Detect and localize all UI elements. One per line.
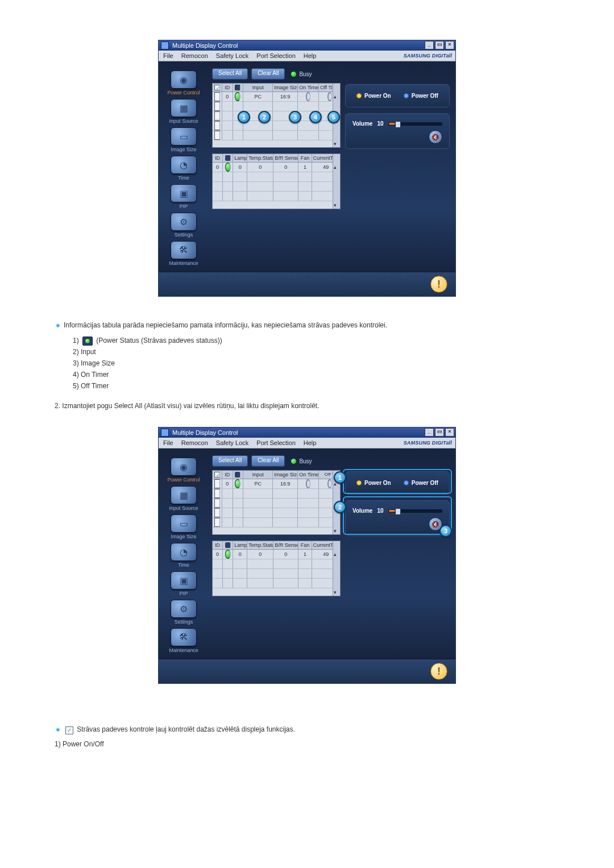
- scrollbar[interactable]: [333, 154, 340, 209]
- cell-image-size: 16:9: [273, 92, 298, 101]
- sidebar-item-settings[interactable]: ⚙Settings: [164, 211, 204, 238]
- col-stat-icon: [225, 542, 231, 548]
- callout-1: 1: [238, 111, 250, 123]
- row-checkbox[interactable]: [214, 102, 220, 111]
- cell-id: 0: [222, 479, 233, 488]
- menu-help[interactable]: Help: [304, 52, 317, 59]
- table-row[interactable]: 0 PC 16:9: [213, 479, 340, 489]
- sidebar-item-input-source[interactable]: ▦Input Source: [164, 485, 204, 511]
- menu-port-selection[interactable]: Port Selection: [256, 52, 295, 59]
- scrollbar[interactable]: [333, 541, 340, 596]
- col-br-senser: B/R Senser: [273, 154, 298, 162]
- info-text: ✶Informācijas tabula parāda nepieciešamo…: [55, 319, 582, 332]
- star-icon: ✶: [55, 725, 61, 734]
- warning-icon: !: [430, 276, 447, 293]
- statusbar: !: [159, 659, 455, 683]
- power-off-button[interactable]: Power Off: [404, 480, 438, 486]
- sidebar-label-input: Input Source: [169, 505, 198, 511]
- brand-label: SAMSUNG DIGITall: [404, 440, 452, 446]
- col-lamp: Lamp: [233, 541, 247, 549]
- row-checkbox[interactable]: [214, 479, 220, 488]
- app-icon: [161, 429, 169, 437]
- row-checkbox[interactable]: [214, 131, 220, 140]
- busy-dot-icon: [291, 71, 297, 77]
- sidebar-item-image-size[interactable]: ▭Image Size: [164, 513, 204, 539]
- row-checkbox[interactable]: [214, 499, 220, 508]
- table-row[interactable]: 0 0 0 0 1 49: [213, 163, 340, 172]
- table-row[interactable]: 0 0 0 0 1 49: [213, 550, 340, 559]
- pip-icon: ▣: [171, 571, 197, 589]
- window-minimize-button[interactable]: _: [425, 41, 434, 49]
- list-item-3: 3) Image Size: [73, 358, 582, 369]
- input-icon: ▦: [171, 486, 197, 504]
- window-close-button[interactable]: ×: [445, 41, 454, 49]
- menu-file[interactable]: File: [163, 439, 173, 446]
- header-checkbox[interactable]: [214, 472, 220, 477]
- clear-all-button[interactable]: Clear All: [251, 455, 285, 467]
- menu-safety-lock[interactable]: Safety Lock: [216, 439, 248, 446]
- sidebar-item-maintenance[interactable]: 🛠Maintenance: [164, 240, 204, 266]
- sidebar-item-pip[interactable]: ▣PIP: [164, 570, 204, 596]
- row-checkbox[interactable]: [214, 489, 220, 498]
- menu-remocon[interactable]: Remocon: [181, 439, 208, 446]
- select-all-button[interactable]: Select All: [212, 455, 248, 467]
- callout-5: 5: [327, 111, 340, 123]
- sidebar-item-input-source[interactable]: ▦Input Source: [164, 98, 204, 124]
- info-table: ID Input Image Size On Timer Off Timer 0…: [212, 83, 341, 148]
- power-on-label: Power On: [364, 93, 391, 99]
- sidebar-item-image-size[interactable]: ▭Image Size: [164, 126, 204, 152]
- sidebar-item-time[interactable]: ◔Time: [164, 155, 204, 181]
- sidebar-item-settings[interactable]: ⚙Settings: [164, 599, 204, 625]
- window-close-button[interactable]: ×: [445, 428, 454, 437]
- power-panel: Power On Power Off: [345, 84, 450, 107]
- menu-remocon[interactable]: Remocon: [181, 52, 208, 59]
- statusbar: !: [159, 272, 455, 296]
- header-checkbox[interactable]: [214, 85, 220, 90]
- cell-off-timer-icon: [327, 92, 332, 101]
- sidebar-item-power-control[interactable]: ◉Power Control: [164, 69, 204, 95]
- imagesize-icon: ▭: [171, 514, 197, 533]
- cell-fan: 1: [298, 550, 312, 559]
- imagesize-icon: ▭: [171, 127, 197, 146]
- volume-slider[interactable]: [388, 122, 442, 126]
- sidebar-label-time: Time: [178, 175, 189, 181]
- warning-icon: !: [430, 663, 447, 680]
- sidebar-item-power-control[interactable]: ◉Power Control: [164, 456, 204, 483]
- sidebar-item-pip[interactable]: ▣PIP: [164, 183, 204, 209]
- gear-icon: ⚙: [171, 213, 197, 231]
- power-off-label: Power Off: [412, 480, 438, 486]
- select-all-button[interactable]: Select All: [212, 68, 248, 80]
- clear-all-button[interactable]: Clear All: [251, 68, 285, 80]
- pip-icon: ▣: [171, 184, 197, 202]
- row-checkbox[interactable]: [214, 121, 220, 130]
- volume-slider[interactable]: [388, 509, 442, 513]
- window-restore-button[interactable]: ▭: [435, 41, 444, 49]
- mute-icon[interactable]: 🔇: [429, 130, 442, 144]
- row-checkbox[interactable]: [214, 508, 220, 517]
- power-off-button[interactable]: Power Off: [404, 93, 438, 99]
- sidebar-label-time: Time: [178, 562, 189, 568]
- power-on-button[interactable]: Power On: [356, 93, 391, 99]
- col-id: ID: [213, 541, 223, 549]
- callout-2: 2: [334, 501, 346, 513]
- menu-safety-lock[interactable]: Safety Lock: [216, 52, 248, 59]
- menu-file[interactable]: File: [163, 52, 173, 59]
- row-checkbox[interactable]: [214, 92, 220, 101]
- menu-help[interactable]: Help: [304, 439, 317, 446]
- cell-id: 0: [213, 550, 223, 559]
- sidebar-item-time[interactable]: ◔Time: [164, 542, 204, 568]
- power-on-button[interactable]: Power On: [356, 480, 391, 486]
- busy-label: Busy: [299, 458, 312, 464]
- col-id: ID: [222, 471, 233, 479]
- col-lamp: Lamp: [233, 154, 247, 162]
- row-checkbox[interactable]: [214, 518, 220, 527]
- row-checkbox[interactable]: [214, 111, 220, 121]
- window-minimize-button[interactable]: _: [425, 428, 434, 437]
- table-row[interactable]: 0 PC 16:9: [213, 92, 340, 102]
- sidebar-label-pip: PIP: [180, 203, 188, 209]
- window-restore-button[interactable]: ▭: [435, 428, 444, 437]
- col-br-senser: B/R Senser: [273, 541, 298, 549]
- menu-port-selection[interactable]: Port Selection: [256, 439, 295, 446]
- sidebar-label-power: Power Control: [167, 477, 200, 483]
- sidebar-item-maintenance[interactable]: 🛠Maintenance: [164, 627, 204, 653]
